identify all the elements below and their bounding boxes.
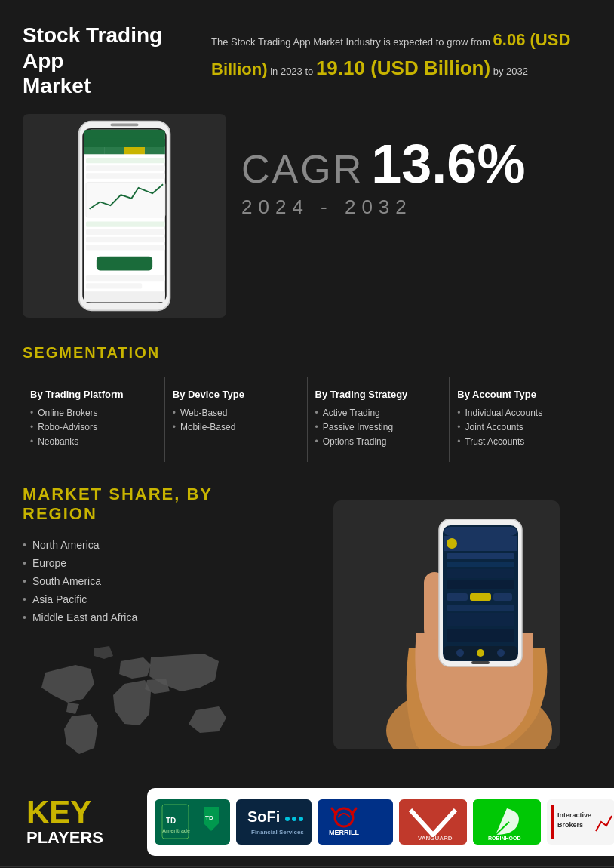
svg-rect-12 xyxy=(86,182,165,217)
cagr-value: 13.6% xyxy=(371,137,525,191)
svg-rect-13 xyxy=(86,221,165,226)
svg-text:Interactive: Interactive xyxy=(557,811,591,819)
header-section: Stock Trading App Market The Stock Tradi… xyxy=(0,0,614,114)
svg-text:TD: TD xyxy=(166,817,176,825)
svg-point-57 xyxy=(299,817,303,821)
seg-col-title-0: By Trading Platform xyxy=(30,389,157,400)
svg-rect-42 xyxy=(447,629,514,642)
svg-rect-39 xyxy=(493,593,512,601)
page-title: Stock Trading App Market xyxy=(23,23,189,99)
seg-items-3: Individual Accounts Joint Accounts Trust… xyxy=(457,408,584,447)
svg-text:TD: TD xyxy=(205,814,213,821)
svg-text:Financial Services: Financial Services xyxy=(251,829,304,836)
logo-merrill: MERRILL xyxy=(318,799,393,845)
seg-item: Robo-Advisors xyxy=(30,422,157,432)
seg-items-0: Online Brokers Robo-Advisors Neobanks xyxy=(30,408,157,447)
phone-illustration xyxy=(64,118,185,314)
svg-rect-37 xyxy=(447,593,468,601)
header-description: The Stock Trading App Market Industry is… xyxy=(211,23,591,85)
phone-image xyxy=(23,114,226,318)
svg-point-32 xyxy=(447,538,457,549)
svg-text:MERRILL: MERRILL xyxy=(329,829,359,836)
cagr-years: 2024 - 2032 xyxy=(241,195,591,219)
svg-text:Brokers: Brokers xyxy=(557,821,583,829)
cagr-label: CAGR xyxy=(241,146,364,192)
svg-text:ROBINHOOD: ROBINHOOD xyxy=(488,836,521,841)
seg-items-2: Active Trading Passive Investing Options… xyxy=(315,408,442,447)
svg-rect-17 xyxy=(97,257,152,271)
middle-section: CAGR 13.6% 2024 - 2032 xyxy=(0,114,614,333)
svg-rect-34 xyxy=(447,562,514,567)
svg-rect-15 xyxy=(86,237,165,242)
svg-rect-30 xyxy=(444,527,517,536)
svg-rect-35 xyxy=(447,569,514,578)
logo-td-ameritrade: TD Ameritrade TD xyxy=(155,799,230,845)
key-label-line2: PLAYERS xyxy=(26,828,124,848)
region-list: North America Europe South America Asia … xyxy=(23,539,287,623)
svg-rect-19 xyxy=(86,283,142,288)
seg-item: Options Trading xyxy=(315,436,442,447)
market-left: MARKET SHARE, BY REGION North America Eu… xyxy=(23,485,287,766)
segmentation-columns: By Trading Platform Online Brokers Robo-… xyxy=(23,377,591,462)
region-item: Asia Pacific xyxy=(23,593,287,605)
cagr-block: CAGR 13.6% 2024 - 2032 xyxy=(241,114,591,219)
seg-item: Passive Investing xyxy=(315,422,442,432)
region-item: North America xyxy=(23,539,287,551)
svg-rect-40 xyxy=(447,605,514,611)
svg-text:Ameritrade: Ameritrade xyxy=(162,828,190,833)
svg-rect-21 xyxy=(110,123,138,126)
svg-rect-7 xyxy=(124,147,145,154)
logo-interactive-brokers: Interactive Brokers xyxy=(547,799,614,845)
seg-item: Active Trading xyxy=(315,408,442,418)
seg-item: Web-Based xyxy=(173,408,299,418)
seg-item: Online Brokers xyxy=(30,408,157,418)
logo-sofi: SoFi Financial Services xyxy=(236,799,312,845)
svg-text:SoFi: SoFi xyxy=(247,808,280,825)
svg-point-45 xyxy=(477,649,484,657)
svg-point-55 xyxy=(285,817,290,821)
svg-text:VANGUARD: VANGUARD xyxy=(418,835,453,842)
seg-col-title-2: By Trading Strategy xyxy=(315,389,442,400)
phone-hand-image xyxy=(333,500,560,749)
phone-hand-svg xyxy=(333,500,560,749)
svg-rect-41 xyxy=(447,613,514,626)
seg-col-trading-platform: By Trading Platform Online Brokers Robo-… xyxy=(23,377,165,462)
svg-rect-9 xyxy=(86,158,165,163)
svg-point-56 xyxy=(292,817,296,821)
key-players-logos: TD Ameritrade TD SoFi Financial Services xyxy=(147,788,614,856)
title-block: Stock Trading App Market xyxy=(23,23,189,99)
svg-rect-16 xyxy=(86,245,165,250)
segmentation-title: SEGMENTATION xyxy=(23,344,591,362)
svg-rect-10 xyxy=(86,165,165,171)
market-share-section: MARKET SHARE, BY REGION North America Eu… xyxy=(0,473,614,777)
segmentation-section: SEGMENTATION By Trading Platform Online … xyxy=(0,333,614,473)
seg-item: Neobanks xyxy=(30,436,157,447)
svg-rect-5 xyxy=(84,147,104,154)
seg-item: Joint Accounts xyxy=(457,422,584,432)
svg-rect-6 xyxy=(104,147,124,154)
svg-rect-47 xyxy=(471,661,490,664)
region-item: Europe xyxy=(23,557,287,569)
svg-point-44 xyxy=(456,649,464,657)
logo-robinhood: ROBINHOOD xyxy=(473,799,541,845)
key-players-label: KEY PLAYERS xyxy=(15,785,136,859)
svg-rect-36 xyxy=(447,580,514,589)
svg-rect-38 xyxy=(470,593,491,601)
svg-rect-8 xyxy=(145,147,165,154)
seg-col-trading-strategy: By Trading Strategy Active Trading Passi… xyxy=(308,377,450,462)
logo-vanguard: VANGUARD xyxy=(399,799,467,845)
seg-item: Individual Accounts xyxy=(457,408,584,418)
region-item: South America xyxy=(23,575,287,587)
key-players-section: KEY PLAYERS TD Ameritrade TD xyxy=(15,785,599,859)
svg-rect-33 xyxy=(447,553,514,559)
seg-col-account-type: By Account Type Individual Accounts Join… xyxy=(450,377,591,462)
svg-rect-20 xyxy=(84,291,165,302)
svg-point-46 xyxy=(497,649,505,657)
page-container: Stock Trading App Market The Stock Tradi… xyxy=(0,0,614,868)
svg-rect-14 xyxy=(86,229,165,234)
seg-col-device-type: By Device Type Web-Based Mobile-Based xyxy=(165,377,308,462)
seg-col-title-3: By Account Type xyxy=(457,389,584,400)
seg-items-1: Web-Based Mobile-Based xyxy=(173,408,299,432)
svg-rect-67 xyxy=(551,805,554,839)
seg-item: Mobile-Based xyxy=(173,422,299,432)
